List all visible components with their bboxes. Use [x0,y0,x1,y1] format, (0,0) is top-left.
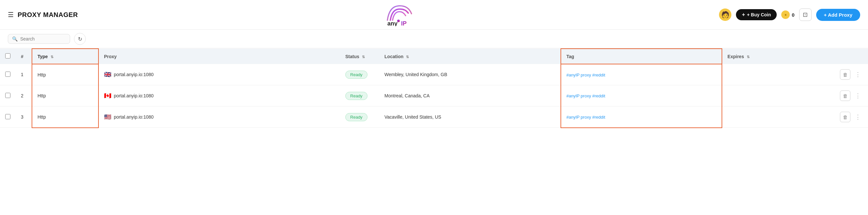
row-expires [722,107,835,128]
search-icon: 🔍 [12,36,18,42]
hamburger-icon[interactable]: ☰ [8,11,14,19]
buy-coin-button[interactable]: + + Buy Coin [736,9,777,20]
proxy-table: # Type ⇅ Proxy Status ⇅ Location ⇅ Tag [0,48,868,128]
svg-point-0 [397,20,400,22]
status-badge: Ready [345,92,368,100]
table-row: 3 Http 🇺🇸 portal.anyip.io:1080 Ready Vac… [0,107,868,128]
status-badge: Ready [345,113,368,121]
header-left: ☰ PROXY MANAGER [8,11,78,19]
row-location: Montreal, Canada, CA [379,85,561,107]
row-actions: 🗑 ⋮ [835,64,868,85]
row-expires [722,85,835,107]
proxy-address: portal.anyip.io:1080 [114,114,154,119]
table-row: 1 Http 🇬🇧 portal.anyip.io:1080 Ready Wem… [0,64,868,85]
proxy-address: portal.anyip.io:1080 [114,93,154,98]
header: ☰ PROXY MANAGER [0,0,868,30]
logo-area: any IP [372,3,425,26]
flag-icon: 🇺🇸 [104,113,111,120]
search-wrap: 🔍 [8,34,70,44]
buy-coin-label: + Buy Coin [747,12,771,17]
row-tag: #anyIP proxy #reddit [561,64,722,85]
avatar: 🧑 [719,8,732,21]
row-checkbox[interactable] [5,114,10,119]
tag-value[interactable]: #anyIP proxy #reddit [566,115,605,119]
col-header-check [0,49,16,64]
add-proxy-button[interactable]: + Add Proxy [816,9,860,21]
svg-text:any: any [388,20,398,26]
col-header-proxy: Proxy [98,49,340,64]
table-body: 1 Http 🇬🇧 portal.anyip.io:1080 Ready Wem… [0,64,868,128]
row-status: Ready [340,85,379,107]
row-type: Http [32,107,98,128]
expires-sort-icon[interactable]: ⇅ [747,55,750,59]
col-header-type: Type ⇅ [32,49,98,64]
row-check-cell [0,64,16,85]
anyip-logo: any IP [372,3,425,26]
proxy-address: portal.anyip.io:1080 [114,72,154,77]
row-proxy: 🇬🇧 portal.anyip.io:1080 [98,64,340,85]
delete-button[interactable]: 🗑 [840,112,850,122]
col-header-actions [835,49,868,64]
delete-button[interactable]: 🗑 [840,69,850,80]
row-status: Ready [340,107,379,128]
row-checkbox[interactable] [5,72,10,77]
coin-balance-value: 0 [792,12,794,18]
row-check-cell [0,85,16,107]
row-location: Wembley, United Kingdom, GB [379,64,561,85]
header-right: 🧑 + + Buy Coin ● 0 ⊡ + Add Proxy [719,8,860,21]
row-proxy: 🇨🇦 portal.anyip.io:1080 [98,85,340,107]
location-sort-icon[interactable]: ⇅ [406,55,409,59]
buy-coin-plus-icon: + [742,12,745,18]
monitor-icon-button[interactable]: ⊡ [799,8,812,21]
header-center: any IP [83,3,714,26]
tag-value[interactable]: #anyIP proxy #reddit [566,93,605,98]
select-all-checkbox[interactable] [5,53,10,58]
flag-icon: 🇬🇧 [104,71,111,78]
row-type: Http [32,64,98,85]
table-row: 2 Http 🇨🇦 portal.anyip.io:1080 Ready Mon… [0,85,868,107]
more-options-button[interactable]: ⋮ [853,91,863,101]
flag-icon: 🇨🇦 [104,92,111,99]
row-check-cell [0,107,16,128]
more-options-button[interactable]: ⋮ [853,70,863,79]
coin-icon: ● [781,10,790,19]
toolbar: 🔍 ↻ [0,30,868,48]
col-header-status: Status ⇅ [340,49,379,64]
row-tag: #anyIP proxy #reddit [561,107,722,128]
row-proxy: 🇺🇸 portal.anyip.io:1080 [98,107,340,128]
tag-value[interactable]: #anyIP proxy #reddit [566,73,605,77]
row-checkbox[interactable] [5,93,10,98]
delete-button[interactable]: 🗑 [840,90,850,101]
row-tag: #anyIP proxy #reddit [561,85,722,107]
proxy-table-wrap: # Type ⇅ Proxy Status ⇅ Location ⇅ Tag [0,48,868,128]
add-proxy-label: + Add Proxy [824,12,852,18]
col-header-location: Location ⇅ [379,49,561,64]
coin-balance: ● 0 [781,10,794,19]
type-sort-icon[interactable]: ⇅ [51,55,54,59]
col-header-expires: Expires ⇅ [722,49,835,64]
row-expires [722,64,835,85]
table-header: # Type ⇅ Proxy Status ⇅ Location ⇅ Tag [0,49,868,64]
row-num: 2 [16,85,32,107]
svg-text:IP: IP [401,20,407,26]
status-badge: Ready [345,71,368,79]
status-sort-icon[interactable]: ⇅ [362,55,365,59]
app-title: PROXY MANAGER [18,11,78,19]
row-status: Ready [340,64,379,85]
row-location: Vacaville, United States, US [379,107,561,128]
col-header-num: # [16,49,32,64]
row-num: 1 [16,64,32,85]
refresh-button[interactable]: ↻ [74,33,86,45]
row-actions: 🗑 ⋮ [835,85,868,107]
row-num: 3 [16,107,32,128]
more-options-button[interactable]: ⋮ [853,112,863,122]
row-actions: 🗑 ⋮ [835,107,868,128]
col-header-tag: Tag [561,49,722,64]
search-input[interactable] [20,36,66,42]
row-type: Http [32,85,98,107]
